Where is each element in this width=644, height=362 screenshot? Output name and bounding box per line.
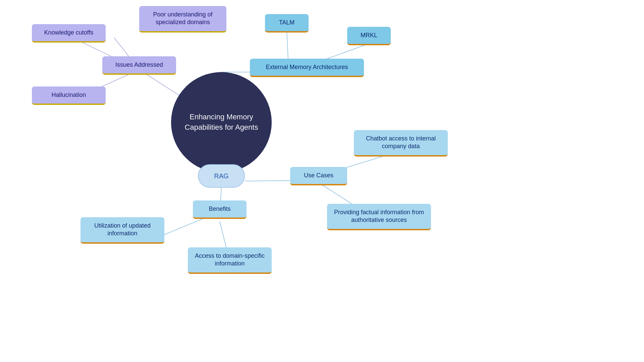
rag-label: RAG bbox=[214, 172, 228, 180]
utilization-node[interactable]: Utilization of updated information bbox=[80, 217, 164, 244]
benefits-label: Benefits bbox=[209, 205, 230, 212]
chatbot-access-node[interactable]: Chatbot access to internal company data bbox=[354, 130, 448, 157]
hallucination-node[interactable]: Hallucination bbox=[32, 86, 106, 105]
use-cases-label: Use Cases bbox=[304, 172, 333, 179]
talm-node[interactable]: TALM bbox=[265, 14, 309, 33]
knowledge-cutoffs-label: Knowledge cutoffs bbox=[44, 29, 94, 36]
external-memory-label: External Memory Architectures bbox=[266, 64, 348, 70]
mrkl-node[interactable]: MRKL bbox=[347, 27, 391, 45]
use-cases-node[interactable]: Use Cases bbox=[290, 167, 347, 185]
hallucination-label: Hallucination bbox=[51, 92, 86, 98]
mrkl-label: MRKL bbox=[361, 32, 377, 39]
access-domain-node[interactable]: Access to domain-specific information bbox=[188, 247, 272, 274]
poor-understanding-label: Poor understanding of specialized domain… bbox=[153, 11, 212, 25]
access-domain-label: Access to domain-specific information bbox=[195, 252, 265, 267]
center-node: Enhancing Memory Capabilities for Agents bbox=[171, 72, 272, 173]
talm-label: TALM bbox=[279, 19, 295, 26]
issues-addressed-node[interactable]: Issues Addressed bbox=[102, 56, 176, 75]
providing-factual-node[interactable]: Providing factual information from autho… bbox=[327, 204, 431, 230]
poor-understanding-node[interactable]: Poor understanding of specialized domain… bbox=[139, 6, 226, 33]
rag-node[interactable]: RAG bbox=[198, 164, 245, 188]
benefits-node[interactable]: Benefits bbox=[193, 200, 247, 219]
external-memory-node[interactable]: External Memory Architectures bbox=[250, 59, 364, 77]
knowledge-cutoffs-node[interactable]: Knowledge cutoffs bbox=[32, 24, 106, 43]
providing-factual-label: Providing factual information from autho… bbox=[334, 209, 424, 223]
utilization-label: Utilization of updated information bbox=[94, 222, 151, 237]
chatbot-access-label: Chatbot access to internal company data bbox=[366, 135, 436, 149]
center-label: Enhancing Memory Capabilities for Agents bbox=[171, 112, 272, 133]
issues-addressed-label: Issues Addressed bbox=[115, 61, 163, 68]
